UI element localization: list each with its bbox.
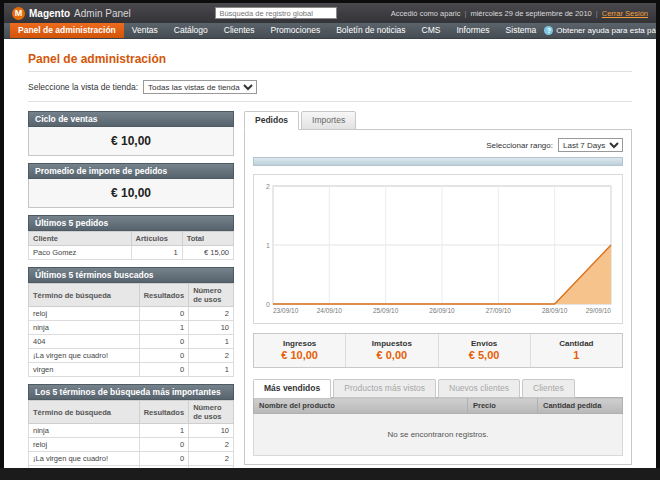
column-header: Cliente — [29, 232, 132, 246]
stats-row: Ingresos€ 10,00Impuestos€ 0,00Envíos€ 5,… — [253, 333, 623, 368]
range-label: Seleccionar rango: — [486, 141, 553, 150]
divider — [28, 71, 632, 72]
separator: | — [596, 9, 598, 18]
stat-1: Impuestos€ 0,00 — [345, 334, 437, 367]
nav-item-4[interactable]: Promociones — [263, 23, 329, 38]
main-nav: Panel de administraciónVentasCatálogoCli… — [4, 23, 656, 39]
table-row: reloj02 — [29, 307, 234, 321]
svg-text:0: 0 — [266, 301, 270, 308]
orders-chart: 01223/09/1024/09/1025/09/1026/09/1027/09… — [257, 178, 617, 320]
bottom-tab-0[interactable]: Más vendidos — [253, 379, 331, 398]
column-header: Término de búsqueda — [29, 284, 140, 307]
top-search-card: Los 5 términos de búsqueda más important… — [28, 384, 234, 468]
column-header: Término de búsqueda — [29, 401, 140, 424]
page-help-link[interactable]: ? Obtener ayuda para esta página — [544, 23, 656, 38]
dashboard-main: PedidosImportes Seleccionar rango: Last … — [244, 111, 632, 468]
brand-suffix: Admin Panel — [74, 8, 131, 19]
bottom-tab-3: Clientes — [522, 379, 575, 398]
store-view-switcher: Seleccione la vista de tienda: Todas las… — [28, 80, 632, 94]
average-orders-header: Promedio de importe de pedidos — [28, 163, 234, 179]
stat-0: Ingresos€ 10,00 — [254, 334, 345, 367]
tab-0[interactable]: Pedidos — [244, 111, 299, 130]
current-date: miércoles 29 de septiembre de 2010 — [470, 9, 591, 18]
user-info: Accedió como aparic | miércoles 29 de se… — [391, 9, 648, 18]
svg-text:29/09/10: 29/09/10 — [586, 307, 612, 314]
page-title: Panel de administración — [28, 52, 632, 66]
table-row: Paco Gomez1€ 15,00 — [29, 246, 234, 260]
last-search-header: Últimos 5 términos buscados — [28, 267, 234, 283]
nav-item-1[interactable]: Ventas — [124, 23, 166, 38]
dashboard-content: Panel de administración Seleccione la vi… — [4, 39, 656, 468]
chart-container: 01223/09/1024/09/1025/09/1026/09/1027/09… — [253, 174, 623, 324]
empty-message: No se encontraron registros. — [254, 414, 623, 456]
column-header: Resultados — [139, 401, 188, 424]
nav-item-6[interactable]: CMS — [414, 23, 449, 38]
range-select[interactable]: Last 7 Days — [558, 138, 623, 152]
svg-text:27/09/10: 27/09/10 — [486, 307, 512, 314]
nav-item-7[interactable]: Informes — [449, 23, 498, 38]
lifetime-sales-value: € 10,00 — [28, 127, 234, 156]
svg-text:1: 1 — [266, 242, 270, 249]
column-header: Artículos — [131, 232, 182, 246]
global-search — [162, 7, 391, 19]
svg-text:2: 2 — [266, 183, 270, 190]
bottom-tab-2: Nuevos clientes — [438, 379, 520, 398]
last-search-card: Últimos 5 términos buscados Término de b… — [28, 267, 234, 377]
column-header: Nombre del producto — [254, 398, 468, 414]
store-view-label: Seleccione la vista de tienda: — [28, 82, 138, 92]
help-icon: ? — [544, 26, 553, 35]
column-header: Resultados — [139, 284, 188, 307]
admin-header: M Magento Admin Panel Accedió como apari… — [4, 3, 656, 23]
table-row: 40401 — [29, 335, 234, 349]
logout-link[interactable]: Cerrar Sesión — [602, 9, 648, 18]
logged-in-text: Accedió como aparic — [391, 9, 461, 18]
help-label: Obtener ayuda para esta página — [556, 26, 656, 35]
nav-items: Panel de administraciónVentasCatálogoCli… — [10, 23, 544, 38]
dashboard-sidebar: Ciclo de ventas € 10,00 Promedio de impo… — [28, 111, 234, 468]
average-orders-card: Promedio de importe de pedidos € 10,00 — [28, 163, 234, 208]
last-orders-header: Últimos 5 pedidos — [28, 215, 234, 231]
brand-name: Magento — [29, 8, 70, 19]
nav-item-8[interactable]: Sistema — [498, 23, 545, 38]
admin-window: M Magento Admin Panel Accedió como apari… — [4, 3, 656, 468]
column-header: Cantidad pedida — [538, 398, 623, 414]
svg-text:25/09/10: 25/09/10 — [373, 307, 399, 314]
svg-text:24/09/10: 24/09/10 — [317, 307, 343, 314]
top-search-table: Término de búsquedaResultadosNúmero de u… — [28, 400, 234, 468]
table-row: virgen01 — [29, 363, 234, 377]
lifetime-sales-header: Ciclo de ventas — [28, 111, 234, 127]
stat-3: Cantidad1 — [530, 334, 622, 367]
last-orders-card: Últimos 5 pedidos ClienteArtículosTotalP… — [28, 215, 234, 260]
nav-item-2[interactable]: Catálogo — [166, 23, 216, 38]
table-row: ninja110 — [29, 424, 234, 438]
last-search-table: Término de búsquedaResultadosNúmero de u… — [28, 283, 234, 377]
svg-text:23/09/10: 23/09/10 — [273, 307, 299, 314]
last-orders-table: ClienteArtículosTotalPaco Gomez1€ 15,00 — [28, 231, 234, 260]
average-orders-value: € 10,00 — [28, 179, 234, 208]
column-header: Total — [182, 232, 233, 246]
magento-logo[interactable]: M Magento Admin Panel — [12, 7, 162, 20]
svg-text:26/09/10: 26/09/10 — [429, 307, 455, 314]
chart-header-bar — [253, 157, 623, 166]
tab-1[interactable]: Importes — [301, 111, 356, 130]
divider — [28, 101, 632, 102]
bottom-tab-1: Productos más vistos — [333, 379, 436, 398]
top-search-header: Los 5 términos de búsqueda más important… — [28, 384, 234, 400]
bottom-tabs: Más vendidosProductos más vistosNuevos c… — [253, 379, 623, 398]
nav-item-3[interactable]: Clientes — [216, 23, 263, 38]
nav-item-5[interactable]: Boletín de noticias — [328, 23, 413, 38]
global-search-input[interactable] — [215, 7, 337, 19]
column-header: Número de usos — [189, 401, 234, 424]
lifetime-sales-card: Ciclo de ventas € 10,00 — [28, 111, 234, 156]
footer-bar — [0, 468, 660, 480]
stat-2: Envíos€ 5,00 — [438, 334, 530, 367]
separator: | — [464, 9, 466, 18]
table-row: ¡La virgen que cuadro!02 — [29, 452, 234, 466]
table-row: ninja110 — [29, 321, 234, 335]
nav-item-0[interactable]: Panel de administración — [10, 23, 124, 38]
store-view-select[interactable]: Todas las vistas de tienda — [143, 80, 257, 94]
dashboard-tabs: PedidosImportes — [244, 111, 632, 130]
table-row: ¡La virgen que cuadro!02 — [29, 349, 234, 363]
range-selector: Seleccionar rango: Last 7 Days — [253, 138, 623, 152]
magento-logo-icon: M — [12, 7, 25, 20]
